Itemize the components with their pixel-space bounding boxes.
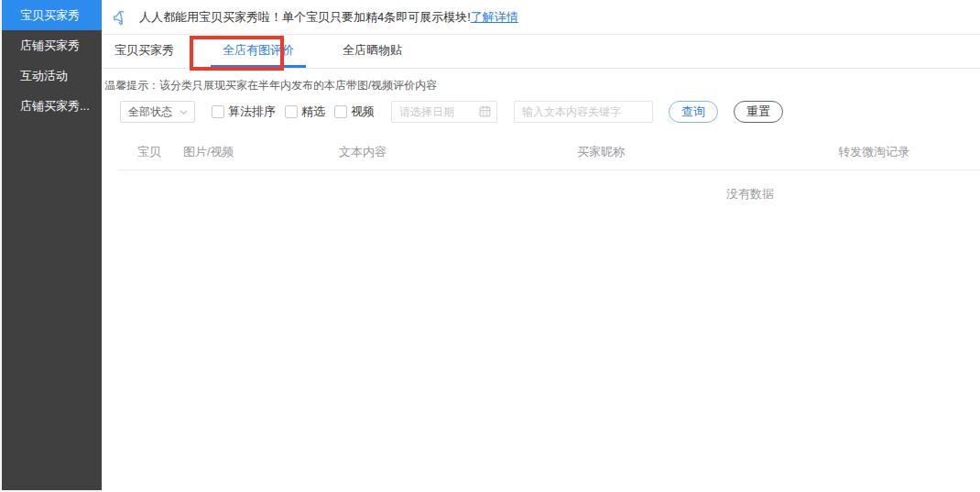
checkbox-label: 视频 (351, 104, 375, 120)
column-header-forward-record: 转发微淘记录 (838, 144, 980, 160)
checkbox-featured[interactable]: 精选 (285, 104, 325, 120)
sidebar-item-shop-buyer-show-2[interactable]: 店铺买家秀... (2, 91, 102, 121)
banner-text: 人人都能用宝贝买家秀啦！单个宝贝只要加精4条即可展示模块! (139, 9, 471, 26)
empty-state-text: 没有数据 (118, 170, 980, 202)
reset-button[interactable]: 重置 (734, 101, 783, 123)
column-header-text-content: 文本内容 (339, 144, 577, 160)
checkbox-video[interactable]: 视频 (334, 104, 375, 120)
filter-checkbox-group: 算法排序 精选 视频 (212, 104, 384, 120)
sidebar-item-interactive-activity[interactable]: 互动活动 (2, 60, 102, 91)
checkbox-box[interactable] (285, 105, 298, 118)
tab-item-buyer-show[interactable]: 宝贝买家秀 (104, 35, 184, 68)
checkbox-label: 精选 (301, 104, 325, 120)
keyword-input[interactable] (514, 101, 653, 123)
column-header-media: 图片/视频 (183, 144, 339, 160)
main-content: 人人都能用宝贝买家秀啦！单个宝贝只要加精4条即可展示模块!了解详情 宝贝买家秀 … (102, 0, 980, 492)
checkbox-box[interactable] (212, 105, 224, 118)
checkbox-label: 算法排序 (228, 104, 276, 120)
megaphone-icon (109, 6, 131, 28)
sidebar: 宝贝买家秀 店铺买家秀 互动活动 店铺买家秀... (0, 0, 102, 492)
reviews-table: 宝贝 图片/视频 文本内容 买家昵称 转发微淘记录 没有数据 (118, 134, 980, 202)
status-select-value: 全部状态 (128, 104, 172, 120)
checkbox-box[interactable] (334, 105, 347, 118)
sidebar-item-shop-buyer-show[interactable]: 店铺买家秀 (2, 30, 102, 60)
notice-banner: 人人都能用宝贝买家秀啦！单个宝贝只要加精4条即可展示模块!了解详情 (102, 0, 980, 35)
tab-bar: 宝贝买家秀 全店有图评价 全店晒物贴 (102, 35, 980, 69)
column-header-item: 宝贝 (137, 144, 183, 160)
filter-bar: 全部状态 算法排序 精选 视频 (120, 101, 980, 123)
buyer-show-admin-page: 宝贝买家秀 店铺买家秀 互动活动 店铺买家秀... 人人都能用宝贝买家秀啦！单个… (0, 0, 980, 492)
table-header-row: 宝贝 图片/视频 文本内容 买家昵称 转发微淘记录 (118, 134, 980, 170)
date-picker (391, 101, 497, 123)
tab-shop-show-posts[interactable]: 全店晒物贴 (332, 35, 412, 68)
tab-shop-photo-reviews[interactable]: 全店有图评价 (211, 35, 306, 68)
column-header-buyer-nickname: 买家昵称 (577, 144, 838, 160)
checkbox-algorithm-sort[interactable]: 算法排序 (212, 104, 276, 120)
sidebar-item-item-buyer-show[interactable]: 宝贝买家秀 (2, 0, 102, 30)
status-select[interactable]: 全部状态 (120, 101, 195, 123)
chevron-down-icon (179, 107, 189, 117)
search-button[interactable]: 查询 (669, 101, 718, 123)
hint-text: 温馨提示：该分类只展现买家在半年内发布的本店带图/视频评价内容 (102, 69, 980, 94)
calendar-icon[interactable] (478, 104, 492, 122)
banner-detail-link[interactable]: 了解详情 (471, 9, 518, 26)
